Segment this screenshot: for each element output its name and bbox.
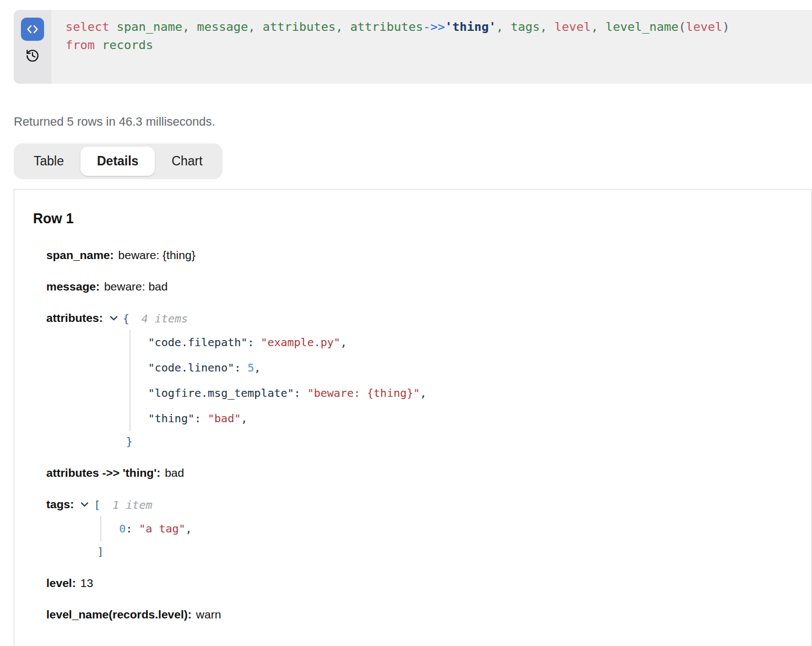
- json-entry: "code.lineno":5,: [148, 355, 427, 380]
- query-editor-gutter: [14, 10, 51, 84]
- json-entry: "code.filepath":"example.py",: [148, 330, 427, 355]
- field-span_name: span_name:beware: {thing}: [46, 249, 800, 262]
- field-label: level_name(records.level):: [46, 608, 192, 621]
- query-history-button[interactable]: [24, 47, 41, 64]
- sql-token: records: [102, 38, 153, 52]
- json-comma: ,: [420, 386, 426, 400]
- json-key: "code.lineno": [148, 361, 235, 374]
- sql-token: [109, 20, 116, 34]
- json-key: 0: [119, 522, 126, 535]
- json-entry: "logfire.msg_template":"beware: {thing}"…: [148, 380, 427, 406]
- sql-mode-button[interactable]: [21, 18, 44, 41]
- field-value: warn: [196, 608, 221, 621]
- json-value: "bad": [208, 412, 241, 425]
- field-label: level:: [46, 577, 76, 589]
- collapse-chevron-icon[interactable]: [80, 502, 89, 507]
- json-comma: ,: [186, 522, 192, 535]
- history-icon: [25, 49, 40, 63]
- json-colon: :: [126, 522, 132, 535]
- json-comma: ,: [241, 412, 247, 425]
- json-value: "example.py": [261, 336, 340, 349]
- sql-token: ): [722, 20, 729, 34]
- close-brace: }: [126, 431, 427, 452]
- json-entry: 0:"a tag",: [119, 516, 192, 541]
- field-value: 13: [80, 577, 93, 589]
- field-value: beware: {thing}: [118, 249, 196, 261]
- json-colon: :: [294, 386, 301, 400]
- json-tree: {4 items"code.filepath":"example.py","co…: [123, 311, 427, 452]
- field-message: message:beware: bad: [46, 280, 800, 293]
- result-view-tabs: TableDetailsChart: [14, 143, 223, 179]
- row-title: Row 1: [33, 211, 800, 227]
- sql-query-input[interactable]: select span_name, message, attributes, a…: [51, 10, 812, 84]
- json-tree-body: "code.filepath":"example.py","code.linen…: [129, 330, 427, 431]
- field-label: message:: [46, 280, 100, 293]
- json-key: "logfire.msg_template": [148, 386, 294, 400]
- sql-token: span_name: [117, 20, 182, 34]
- sql-token: ->>: [423, 20, 445, 34]
- field-value: beware: bad: [104, 280, 168, 293]
- details-panel: Row 1 span_name:beware: {thing}message:b…: [14, 189, 812, 646]
- item-count: 1 item: [112, 498, 152, 512]
- sql-token: level: [555, 20, 591, 34]
- field-label: attributes:: [46, 311, 103, 325]
- json-colon: :: [194, 412, 201, 425]
- sql-token: attributes: [350, 20, 423, 34]
- tab-table[interactable]: Table: [17, 147, 80, 176]
- sql-token: ,: [591, 20, 606, 34]
- query-editor[interactable]: select span_name, message, attributes, a…: [14, 10, 812, 84]
- json-entry: "thing":"bad",: [148, 406, 427, 431]
- json-comma: ,: [254, 361, 261, 374]
- json-tree-body: 0:"a tag",: [100, 516, 192, 541]
- sql-token: level_name: [605, 20, 678, 34]
- sql-token: ,: [248, 20, 263, 34]
- json-key: "thing": [148, 412, 194, 425]
- sql-token: from: [66, 38, 95, 52]
- open-brace: {: [123, 312, 129, 325]
- sql-token: ,: [496, 20, 511, 34]
- sql-token: attributes: [263, 20, 335, 34]
- field-attributes-thing: attributes ->> 'thing':bad: [46, 466, 800, 480]
- field-label: span_name:: [46, 249, 114, 261]
- sql-token: level: [686, 20, 722, 34]
- sql-line: from records: [66, 36, 806, 54]
- close-brace: ]: [97, 541, 192, 562]
- field-attributes: attributes:{4 items"code.filepath":"exam…: [46, 311, 800, 452]
- tab-chart[interactable]: Chart: [155, 147, 219, 176]
- sql-token: 'thing': [445, 20, 496, 34]
- json-comma: ,: [340, 336, 347, 349]
- sql-token: ,: [335, 20, 350, 34]
- open-brace: [: [94, 498, 100, 512]
- sql-token: ,: [182, 20, 197, 34]
- code-icon: [26, 23, 39, 36]
- json-colon: :: [247, 336, 254, 349]
- json-key: "code.filepath": [148, 336, 248, 349]
- field-value: bad: [165, 466, 184, 479]
- sql-token: (: [679, 20, 686, 34]
- field-label: tags:: [46, 498, 74, 511]
- item-count: 4 items: [142, 312, 188, 325]
- sql-token: ,: [540, 20, 555, 34]
- sql-token: select: [66, 20, 109, 34]
- json-value: "a tag": [139, 522, 185, 535]
- field-level_name: level_name(records.level):warn: [46, 608, 800, 621]
- sql-token: [95, 38, 102, 52]
- json-tree: [1 item0:"a tag",]: [94, 498, 192, 562]
- field-label: attributes ->> 'thing':: [46, 466, 160, 479]
- field-tags: tags:[1 item0:"a tag",]: [46, 498, 800, 562]
- sql-token: tags: [511, 20, 540, 34]
- query-result-status: Returned 5 rows in 46.3 milliseconds.: [14, 115, 812, 129]
- tab-details[interactable]: Details: [80, 147, 155, 176]
- json-tree-head: {4 items: [123, 311, 427, 326]
- collapse-chevron-icon[interactable]: [110, 315, 118, 321]
- field-level: level:13: [46, 577, 800, 590]
- json-colon: :: [234, 361, 241, 374]
- json-tree-head: [1 item: [94, 498, 192, 513]
- sql-line: select span_name, message, attributes, a…: [66, 18, 806, 36]
- json-value: 5: [247, 361, 254, 374]
- json-value: "beware: {thing}": [307, 386, 420, 400]
- sql-token: message: [197, 20, 248, 34]
- row-fields: span_name:beware: {thing}message:beware:…: [46, 249, 800, 621]
